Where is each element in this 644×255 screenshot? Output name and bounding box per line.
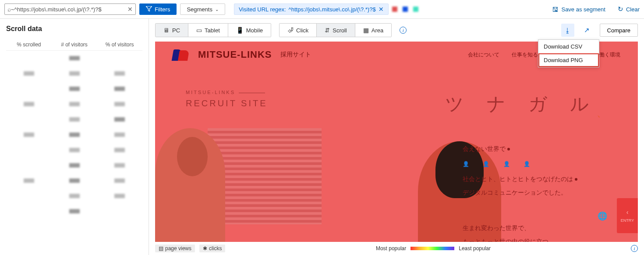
table-row [6,51,142,66]
dot-icon [507,148,510,150]
save-segment-button[interactable]: 🖫 Save as segment [552,6,605,13]
clicks-icon: ✱ [203,245,207,252]
clicks-pill[interactable]: ✱clicks [199,245,225,252]
table-row [6,189,142,204]
copy-line: デジタルコミュニケーションでした。 [463,186,612,199]
hero-jp-text: ツナガル [445,94,612,114]
table-row [6,158,142,173]
hero-left: MITSUE-LINKS RECRUIT SITE [186,90,268,108]
download-dropdown: Download CSV Download PNG [538,39,599,67]
url-search-box[interactable]: ⌕ ✕ [4,3,136,15]
pageviews-icon: ▤ [159,245,163,252]
copy-line: 会えない世界で [463,145,506,152]
least-popular-label: Least popular [459,245,491,252]
share-button[interactable]: ↗ [580,24,594,37]
divider-line [239,93,265,93]
page-views-label: page views [165,245,191,252]
hero-kicker: MITSUE-LINKS [186,90,235,95]
table-row [6,97,142,112]
filters-label: Filters [155,6,170,13]
table-row [6,204,142,219]
hero-title: RECRUIT SITE [186,98,268,108]
col-num-visitors: # of visitors [52,42,97,48]
dot-icon [575,178,577,181]
info-icon[interactable]: i [400,27,407,34]
logo-icon [173,49,194,61]
compare-button[interactable]: Compare [600,24,638,37]
copy-line: 生まれ変わった世界で、 [463,224,530,231]
clear-label: Clear [626,6,640,13]
device-segment: 🖥PC ▭Tablet 📱Mobile [155,23,271,37]
logo-subtitle: 採用サイト [280,51,311,59]
popularity-gradient [410,247,454,250]
filter-tag-value: ^https://jobs\.mitsue\.co\.jp/(\?.*)?$ [289,6,376,13]
chevron-down-icon: ⌄ [215,7,219,12]
nav-item: 会社について [468,51,499,59]
scroll-label: Scroll [333,27,347,34]
person-left [155,128,225,242]
save-segment-label: Save as segment [561,6,605,13]
save-icon: 🖫 [552,6,559,13]
mode-scroll-button[interactable]: ⇵Scroll [317,24,355,37]
device-mobile-button[interactable]: 📱Mobile [228,24,271,37]
segments-button[interactable]: Segments ⌄ [180,3,225,15]
filters-button[interactable]: Filters [139,3,177,15]
filter-tag-prefix: Visited URL regex: [239,6,286,13]
device-tablet-button[interactable]: ▭Tablet [188,24,228,37]
download-png-item[interactable]: Download PNG [538,53,599,67]
mode-click-button[interactable]: ⮰Click [280,24,317,37]
preview-toolbar: 🖥PC ▭Tablet 📱Mobile ⮰Click ⇵Scroll ▦Area… [149,19,644,42]
heatmap-preview: MITSUE-LINKS 採用サイト 会社について 仕事を知る 仲間とつながる … [155,42,638,242]
area-label: Area [372,27,383,34]
page-views-pill[interactable]: ▤page views [155,245,195,252]
mode-segment: ⮰Click ⇵Scroll ▦Area [279,23,392,37]
table-header: % scrolled # of visitors % of visitors [6,39,142,51]
filter-tag[interactable]: Visited URL regex: ^https://jobs\.mitsue… [234,3,389,15]
download-csv-item[interactable]: Download CSV [538,40,599,53]
legend-footer: ▤page views ✱clicks Most popular Least p… [149,242,644,255]
clicks-label: clicks [209,245,222,252]
table-row [6,66,142,81]
accent-mark: 、 [597,107,629,120]
sidebar-title: Scroll data [6,25,142,33]
clear-button[interactable]: ↻ Clear [618,5,640,13]
segments-label: Segments [187,6,212,13]
search-icon: ⌕ [7,6,11,13]
entry-label: ENTRY [621,218,634,223]
download-button[interactable]: ⭳ [561,24,574,37]
filter-icon [146,6,152,13]
logo-text: MITSUE-LINKS [198,49,272,60]
download-icon: ⭳ [564,27,571,34]
segment-color-swatch [392,7,418,12]
clear-search-icon[interactable]: ✕ [127,6,133,13]
cursor-icon: ⮰ [287,27,294,34]
device-pc-button[interactable]: 🖥PC [156,24,188,37]
globe-icon: 🌐 [598,208,607,225]
hero-imagery [155,119,400,242]
copy-icons: 👤 👤 👤 👤 [463,158,612,170]
scroll-data-sidebar: Scroll data % scrolled # of visitors % o… [0,19,149,255]
table-row [6,81,142,97]
mobile-icon: 📱 [236,27,244,34]
mode-area-button[interactable]: ▦Area [355,24,391,37]
tablet-icon: ▭ [196,27,202,34]
desktop-icon: 🖥 [163,27,170,34]
hero-jp: ツナガル、 [445,92,612,116]
table-body [6,51,142,219]
remove-filter-icon[interactable]: ✕ [379,6,384,13]
col-pct-scrolled: % scrolled [6,42,52,48]
entry-button: ‹ ENTRY [617,198,638,233]
url-search-input[interactable] [11,6,127,13]
copy-line: 社会とヒト、ヒトとヒトをつなげたのは [463,175,573,182]
pc-label: PC [172,27,180,34]
table-row [6,143,142,158]
col-pct-visitors: % of visitors [97,42,142,48]
compare-label: Compare [607,27,630,34]
hero-copy: 会えない世界で 👤 👤 👤 👤 社会とヒト、ヒトとヒトをつなげたのは デジタルコ… [463,142,612,242]
share-icon: ↗ [584,26,590,34]
info-icon[interactable]: i [631,245,638,252]
most-popular-label: Most popular [376,245,406,252]
area-icon: ▦ [363,27,369,34]
mobile-label: Mobile [246,27,263,34]
table-row [6,127,142,143]
